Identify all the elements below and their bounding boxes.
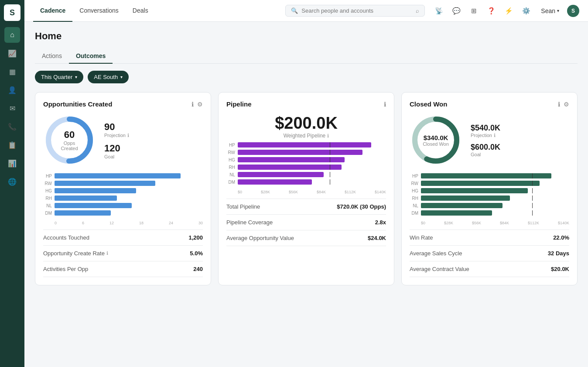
filter-region[interactable]: AE South ▾ — [88, 71, 129, 83]
bar-label: HP — [43, 174, 52, 178]
sidebar-item-phone[interactable]: 📞 — [4, 119, 20, 134]
bar-fill — [421, 203, 503, 208]
info-icon[interactable]: ℹ — [191, 101, 194, 108]
nav-conversations[interactable]: Conversations — [72, 0, 126, 22]
bar-fill — [238, 157, 345, 162]
settings-icon[interactable]: ⚙️ — [519, 4, 533, 18]
pipeline-value: $200.0K — [226, 114, 386, 133]
tab-actions[interactable]: Actions — [35, 49, 69, 64]
apps-icon[interactable]: ⊞ — [467, 4, 481, 18]
nav-cadence[interactable]: Cadence — [33, 0, 72, 22]
search-input[interactable] — [301, 7, 412, 14]
closed-won-card: Closed Won ℹ ⚙ $340.0K — [401, 92, 578, 285]
axis-label: 18 — [139, 221, 144, 225]
cards-grid: Opportunities Created ℹ ⚙ 6 — [35, 92, 578, 285]
bar-track — [238, 150, 386, 155]
bar-vline — [330, 157, 330, 162]
bar-track — [421, 196, 569, 201]
tab-outcomes[interactable]: Outcomes — [69, 49, 113, 64]
settings-icon[interactable]: ⚙ — [564, 101, 569, 108]
bar-vline — [532, 203, 533, 208]
sidebar: S ⌂ 📈 ▦ 👤 ✉ 📞 📋 📊 🌐 — [0, 0, 24, 367]
bar-fill — [421, 196, 510, 201]
metric-name: Win Rate — [410, 234, 433, 241]
bar-fill — [238, 172, 324, 177]
bar-track — [55, 173, 203, 178]
chevron-down-icon: ▾ — [120, 75, 123, 79]
user-menu[interactable]: Sean ▾ — [537, 6, 564, 16]
filter-quarter-label: This Quarter — [41, 74, 72, 80]
sidebar-item-home[interactable]: ⌂ — [4, 27, 20, 43]
info-icon[interactable]: ℹ — [558, 101, 560, 108]
projection-label: Projection ℹ — [471, 133, 500, 138]
search-icon: 🔍 — [291, 7, 298, 14]
sidebar-item-globe[interactable]: 🌐 — [4, 174, 20, 189]
metric-name: Pipeline Coverage — [226, 219, 273, 226]
nav-deals[interactable]: Deals — [126, 0, 155, 22]
sidebar-item-grid[interactable]: ▦ — [4, 64, 20, 79]
projection-stat: 90 Projection ℹ — [104, 121, 129, 138]
bar-axis: $0$28K$56K$84K$112K$140K — [410, 221, 569, 225]
donut-label: Closed Won — [423, 141, 449, 147]
info-icon[interactable]: ℹ — [127, 133, 129, 138]
metric-name: Opportunity Create Rateℹ — [43, 250, 108, 257]
help-icon[interactable]: ❓ — [484, 4, 498, 18]
trending-icon[interactable]: 📡 — [432, 4, 446, 18]
sidebar-item-mail[interactable]: ✉ — [4, 100, 20, 116]
bar-fill — [55, 173, 181, 178]
chevron-down-icon: ▾ — [557, 8, 559, 13]
info-icon[interactable]: ℹ — [494, 133, 496, 138]
metric-value: 22.0% — [553, 234, 569, 241]
bar-vline — [330, 165, 330, 170]
bar-vline — [330, 179, 330, 185]
sidebar-item-user[interactable]: 👤 — [4, 82, 20, 98]
bar-label: HP — [226, 143, 235, 147]
bar-row: DM — [226, 179, 386, 185]
closed-won-card-header: Closed Won ℹ ⚙ — [410, 100, 569, 108]
avatar[interactable]: S — [567, 5, 579, 17]
filter-bar: This Quarter ▾ AE South ▾ — [35, 71, 578, 83]
search-submit-icon[interactable]: ⌕ — [416, 7, 419, 14]
bar-track — [238, 142, 386, 147]
bar-row: DM — [410, 210, 569, 216]
bar-label: RH — [43, 196, 52, 201]
donut-value: 60 — [56, 129, 82, 141]
sidebar-item-chart[interactable]: 📈 — [4, 45, 20, 61]
filter-quarter[interactable]: This Quarter ▾ — [35, 71, 83, 83]
info-icon[interactable]: ℹ — [327, 133, 329, 139]
opportunities-donut: 60 Opps Created — [43, 114, 96, 166]
bar-row: RW — [410, 181, 569, 186]
bar-row: HP — [226, 142, 386, 147]
info-icon[interactable]: ℹ — [384, 101, 386, 108]
pipeline-sub: Weighted Pipeline ℹ — [226, 133, 386, 139]
bar-label: RH — [410, 196, 418, 201]
bar-fill — [55, 196, 117, 201]
filter-region-label: AE South — [94, 74, 118, 80]
chat-icon[interactable]: 💬 — [449, 4, 463, 18]
sidebar-item-file[interactable]: 📋 — [4, 137, 20, 153]
opportunities-bar-chart: HPRWHGRHNLDM — [43, 173, 203, 216]
bar-fill — [421, 181, 540, 186]
info-icon[interactable]: ℹ — [106, 250, 108, 256]
bar-label: RW — [43, 181, 52, 186]
bar-track — [421, 210, 569, 216]
opportunities-card-header: Opportunities Created ℹ ⚙ — [43, 100, 203, 108]
bar-fill — [238, 179, 312, 185]
bar-track — [55, 196, 203, 201]
bar-row: HP — [43, 173, 203, 178]
bar-label: RW — [226, 150, 235, 155]
bar-track — [421, 203, 569, 208]
axis-label: 0 — [55, 221, 57, 225]
bar-vline — [532, 188, 533, 193]
settings-icon[interactable]: ⚙ — [197, 101, 203, 108]
bar-vline — [330, 172, 330, 177]
bar-vline — [532, 196, 533, 201]
lightning-icon[interactable]: ⚡ — [502, 4, 516, 18]
bar-fill — [55, 188, 136, 193]
closed-won-donut: $340.0K Closed Won — [410, 114, 462, 166]
goal-value: $600.0K — [471, 143, 500, 152]
closed-won-card-actions: ℹ ⚙ — [558, 101, 569, 108]
sidebar-item-analytics[interactable]: 📊 — [4, 155, 20, 171]
bar-row: HG — [410, 188, 569, 193]
sidebar-logo[interactable]: S — [4, 4, 21, 21]
